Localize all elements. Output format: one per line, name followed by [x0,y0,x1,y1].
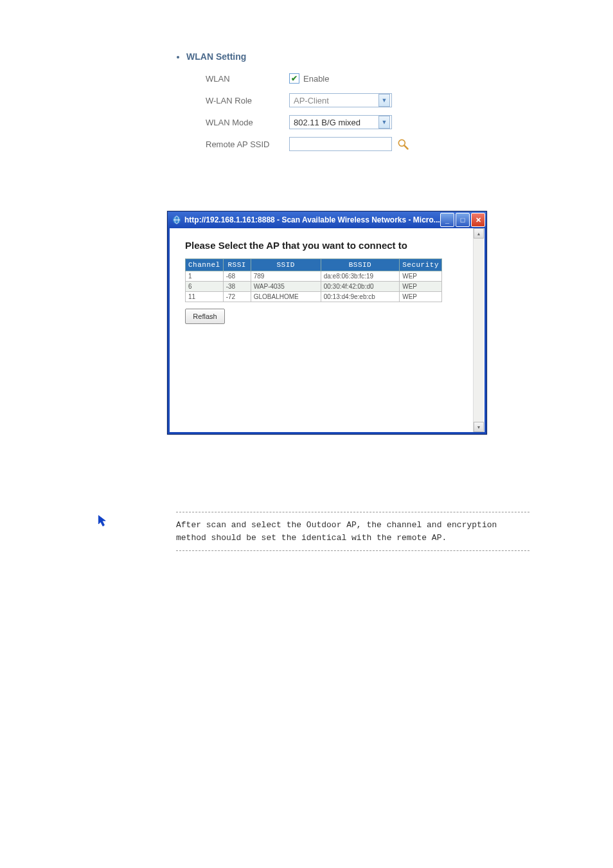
scrollbar[interactable]: ▴ ▾ [473,228,484,432]
checkmark-icon: ✔ [289,73,299,84]
note-text: After scan and select the Outdoor AP, th… [176,512,529,551]
table-row[interactable]: 6 -38 WAP-4035 00:30:4f:42:0b:d0 WEP [186,282,442,292]
table-row[interactable]: 11 -72 GLOBALHOME 00:13:d4:9e:eb:cb WEP [186,292,442,302]
popup-title: http://192.168.1.161:8888 - Scan Availab… [184,215,440,224]
chevron-down-icon: ▼ [378,116,390,129]
wlan-section-title: WLAN Setting [186,51,574,62]
scan-results-table: Channel RSSI SSID BSSID Security 1 -68 7… [185,258,442,302]
chevron-down-icon: ▼ [378,94,390,107]
col-channel: Channel [186,259,224,271]
scroll-up-icon[interactable]: ▴ [474,228,484,239]
wlan-role-select[interactable]: AP-Client ▼ [289,93,392,107]
scan-button[interactable] [396,137,410,151]
col-rssi: RSSI [223,259,251,271]
wlan-enable-text: Enable [303,74,329,84]
col-bssid: BSSID [321,259,399,271]
col-security: Security [400,259,442,271]
svg-line-1 [404,145,407,149]
reflash-button[interactable]: Reflash [185,309,225,324]
note-cursor-icon [96,514,112,530]
wlan-mode-value: 802.11 B/G mixed [294,118,360,127]
col-ssid: SSID [251,259,321,271]
wlan-label: WLAN [206,74,289,84]
remote-ap-ssid-label: Remote AP SSID [206,140,289,149]
minimize-button[interactable]: _ [440,213,454,227]
scroll-down-icon[interactable]: ▾ [474,422,484,432]
remote-ap-ssid-input[interactable] [289,137,392,151]
close-button[interactable]: ✕ [471,213,485,227]
table-row[interactable]: 1 -68 789 da:e8:06:3b:fc:19 WEP [186,271,442,282]
wlan-role-label: W-LAN Role [206,96,289,105]
wlan-enable-checkbox[interactable]: ✔ Enable [289,73,329,84]
popup-heading: Please Select the AP that you want to co… [185,240,472,251]
ie-icon [172,215,182,225]
wlan-mode-select[interactable]: 802.11 B/G mixed ▼ [289,115,392,129]
magnifier-icon [396,138,409,150]
wlan-role-value: AP-Client [294,96,329,105]
scan-popup-window: http://192.168.1.161:8888 - Scan Availab… [167,211,487,435]
maximize-button[interactable]: □ [456,213,470,227]
wlan-mode-label: WLAN Mode [206,118,289,127]
